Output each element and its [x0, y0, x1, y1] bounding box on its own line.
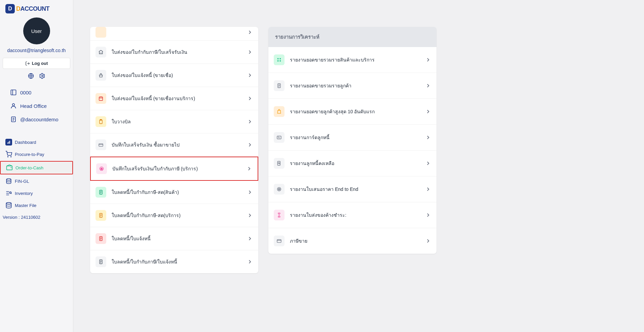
logo-suffix: ACCOUNT: [21, 5, 50, 12]
nav-dashboard[interactable]: Dashboard: [0, 136, 73, 148]
cart-icon: [5, 151, 12, 158]
chevron-right-icon: [247, 142, 253, 148]
menu-item[interactable]: ใบส่งของ/ใบกำกับภาษี/ใบเสร็จรับเงิน: [90, 41, 258, 64]
menu-card: ใบส่งของ/ใบกำกับภาษี/ใบเสร็จรับเงินใบส่ง…: [90, 27, 258, 273]
menu-label: ใบส่งของ/ใบแจ้งหนี้ (ขายเชื่องานบริการ): [112, 95, 241, 102]
report-label: รายงานใบเสนอราคา End to End: [290, 185, 420, 193]
database-icon: [5, 202, 12, 209]
left-column: ใบส่งของ/ใบกำกับภาษี/ใบเสร็จรับเงินใบส่ง…: [90, 27, 258, 325]
svg-point-21: [280, 58, 281, 59]
icon-row: [0, 73, 73, 79]
menu-item-top[interactable]: [90, 27, 258, 41]
chart-icon: [5, 139, 12, 146]
nav-inventory-label: Inventory: [15, 191, 33, 196]
chevron-right-icon: [425, 57, 431, 63]
user-email: daccount@trianglesoft.co.th: [0, 48, 73, 53]
chevron-right-icon: [247, 212, 253, 218]
calendar-icon: [96, 93, 106, 104]
chevron-right-icon: [247, 49, 253, 55]
menu-item[interactable]: บันทึกใบเสร็จรับเงิน ซื้อมาขายไป: [90, 133, 258, 157]
chevron-right-icon: [425, 186, 431, 192]
doc-icon: [10, 116, 17, 123]
report-list: รายงานยอดขายรวมรายสินค้าและบริการรายงานย…: [268, 47, 437, 254]
nav-procure-label: Procure-to-Pay: [15, 152, 44, 157]
menu-label: ใบลดหนี้/ใบกำกับภาษี-สด(สินค้า): [112, 189, 241, 196]
svg-point-30: [279, 189, 279, 189]
doc-icon: [96, 210, 106, 221]
sidebar: D DACCOUNT User daccount@trianglesoft.co…: [0, 0, 73, 332]
search-icon: [274, 158, 285, 169]
svg-point-6: [11, 157, 11, 157]
credit-icon: [96, 139, 106, 150]
menu-label: ใบลดหนี้/ใบกำกับภาษี/ใบแจ้งหนี้: [112, 258, 241, 265]
menu-item[interactable]: ใบลดหนี้/ใบแจ้งหนี้: [90, 227, 258, 250]
menu-item[interactable]: ใบส่งของ/ใบแจ้งหนี้ (ขายเชื่องานบริการ): [90, 87, 258, 110]
svg-rect-14: [99, 144, 103, 147]
menu-label: ใบวางบิล: [112, 118, 241, 125]
report-item[interactable]: รายงานยอดขายรวมรายสินค้าและบริการ: [268, 47, 437, 73]
office-label: Head Office: [20, 103, 47, 109]
chevron-right-icon: [247, 236, 253, 242]
menu-label: ใบส่งของ/ใบกำกับภาษี/ใบเสร็จรับเงิน: [112, 48, 241, 56]
svg-point-22: [277, 60, 278, 61]
report-item[interactable]: รายงานใบเสนอราคา End to End: [268, 176, 437, 202]
report-label: รายงานลูกหนี้คงเหลือ: [290, 160, 420, 167]
card2-icon: [274, 236, 285, 246]
gear-icon[interactable]: [39, 73, 45, 79]
wallet-icon: [6, 164, 13, 171]
chevron-right-icon: [247, 259, 253, 265]
nav-order[interactable]: Order-to-Cash: [0, 161, 73, 174]
clipboard-icon: [96, 116, 106, 127]
logout-button[interactable]: Log out: [3, 58, 70, 69]
menu-item[interactable]: ใบส่งของ/ใบแจ้งหนี้ (ขายเชื่อ): [90, 64, 258, 87]
nav-procure[interactable]: Procure-to-Pay: [0, 148, 73, 160]
chevron-right-icon: [247, 189, 253, 195]
svg-point-3: [12, 103, 15, 106]
svg-rect-2: [11, 90, 16, 95]
report-item[interactable]: รายงานใบส่งของค้างชำระ:: [268, 202, 437, 228]
bank-icon: [96, 47, 106, 57]
target-icon: [274, 184, 285, 195]
nav-fingl[interactable]: FIN-GL: [0, 175, 73, 187]
report-item[interactable]: รายงานยอดขายลูกค้าสูงสุด 10 อันดับแรก: [268, 99, 437, 125]
menu-label: ใบส่งของ/ใบแจ้งหนี้ (ขายเชื่อ): [112, 72, 241, 79]
report-item[interactable]: รายงานยอดขายรวมรายลูกค้า: [268, 73, 437, 99]
chevron-right-icon: [247, 119, 253, 125]
logout-label: Log out: [32, 61, 48, 66]
version: Version : 24110602: [0, 211, 73, 223]
menu-label: บันทึกใบเสร็จรับเงิน/ใบกำกับภาษี (บริการ…: [112, 165, 241, 172]
report-label: รายงานยอดขายลูกค้าสูงสุด 10 อันดับแรก: [290, 108, 420, 115]
menu-item[interactable]: ใบลดหนี้/ใบกำกับภาษี-สด(บริการ): [90, 204, 258, 227]
chevron-right-icon: [425, 109, 431, 115]
doc-icon: [96, 187, 106, 198]
report-item[interactable]: ภาษีขาย: [268, 228, 437, 254]
office-row[interactable]: Head Office: [0, 99, 73, 113]
menu-item[interactable]: บันทึกใบเสร็จรับเงิน/ใบกำกับภาษี (บริการ…: [90, 157, 258, 181]
menu-item[interactable]: ใบลดหนี้/ใบกำกับภาษี-สด(สินค้า): [90, 181, 258, 204]
svg-rect-11: [99, 97, 103, 100]
menu-item[interactable]: ใบวางบิล: [90, 110, 258, 133]
globe-icon[interactable]: [28, 73, 34, 79]
doc-icon: [96, 233, 106, 244]
logo-prefix: D: [16, 5, 21, 12]
svg-point-5: [8, 157, 8, 157]
nav: Dashboard Procure-to-Pay Order-to-Cash F…: [0, 136, 73, 211]
menu-label: บันทึกใบเสร็จรับเงิน ซื้อมาขายไป: [112, 141, 241, 149]
avatar[interactable]: User: [23, 17, 50, 44]
grid-icon: [274, 54, 285, 65]
report-item[interactable]: รายงานลูกหนี้คงเหลือ: [268, 151, 437, 176]
svg-rect-25: [277, 136, 281, 139]
nav-master[interactable]: Master File: [0, 199, 73, 211]
svg-point-20: [277, 58, 278, 59]
nav-master-label: Master File: [15, 203, 36, 208]
logo: D DACCOUNT: [0, 0, 73, 17]
menu-item[interactable]: ใบลดหนี้/ใบกำกับภาษี/ใบแจ้งหนี้: [90, 250, 258, 273]
code-row[interactable]: 0000: [0, 86, 73, 99]
report-label: รายงานยอดขายรวมรายลูกค้า: [290, 82, 420, 89]
reports-header: รายงานการวิเคราะห์: [268, 27, 437, 47]
chevron-right-icon: [247, 29, 253, 35]
handle-row[interactable]: @daccountdemo: [0, 113, 73, 126]
menu-label: ใบลดหนี้/ใบกำกับภาษี-สด(บริการ): [112, 212, 241, 219]
nav-inventory[interactable]: Inventory: [0, 187, 73, 199]
report-item[interactable]: รายงานการ์ดลูกหนี้: [268, 125, 437, 151]
